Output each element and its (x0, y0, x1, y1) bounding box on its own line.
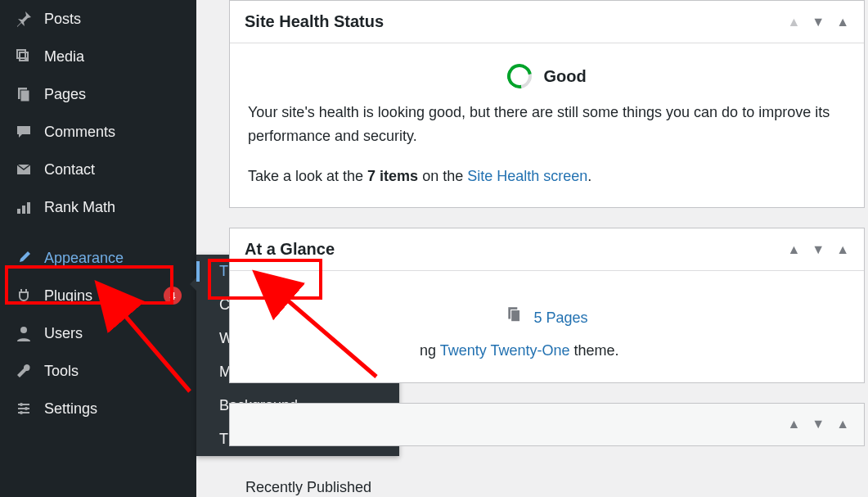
text: on the (418, 168, 467, 184)
sidebar-item-appearance[interactable]: Appearance (0, 239, 196, 277)
sidebar-item-pages[interactable]: Pages (0, 75, 196, 113)
site-health-postbox: Site Health Status ▲ ▼ ▲ Good Your site'… (229, 0, 865, 208)
svg-point-7 (20, 327, 27, 333)
activity-postbox: x ▲ ▼ ▲ Recently Published (229, 403, 865, 446)
health-status: Good (543, 63, 586, 89)
move-down-icon[interactable]: ▼ (812, 417, 825, 431)
move-up-icon[interactable]: ▲ (787, 15, 800, 29)
health-gauge-icon (502, 59, 537, 93)
pages-icon (15, 85, 33, 103)
sliders-icon (15, 400, 33, 418)
toggle-icon[interactable]: ▲ (836, 15, 849, 29)
text: Take a look at the (248, 168, 367, 184)
text: theme. (569, 342, 618, 359)
site-health-link[interactable]: Site Health screen (467, 168, 587, 184)
brush-icon (15, 249, 33, 267)
svg-rect-6 (27, 202, 30, 214)
text: . (587, 168, 591, 184)
user-icon (15, 324, 33, 342)
postbox-header: At a Glance ▲ ▼ ▲ (230, 228, 864, 271)
move-down-icon[interactable]: ▼ (812, 15, 825, 29)
wrench-icon (15, 362, 33, 380)
move-down-icon[interactable]: ▼ (812, 242, 825, 257)
sidebar-item-media[interactable]: Media (0, 38, 196, 75)
svg-rect-12 (511, 310, 520, 322)
theme-link[interactable]: Twenty Twenty-One (440, 342, 570, 359)
media-icon (15, 47, 33, 66)
svg-point-9 (25, 407, 28, 410)
site-health-title: Site Health Status (245, 12, 384, 31)
sidebar-item-rankmath[interactable]: Rank Math (0, 188, 196, 226)
pin-icon (15, 10, 33, 28)
comment-icon (15, 123, 33, 141)
glance-body: 5 Pages ng Twenty Twenty-One theme. (230, 271, 864, 382)
sidebar-item-users[interactable]: Users (0, 314, 196, 352)
chart-icon (15, 198, 33, 216)
sidebar-label: Media (44, 48, 182, 66)
toggle-icon[interactable]: ▲ (836, 242, 849, 257)
svg-point-0 (25, 57, 28, 61)
postbox-header: x ▲ ▼ ▲ (230, 404, 864, 445)
update-badge: 4 (164, 287, 182, 305)
postbox-header: Site Health Status ▲ ▼ ▲ (230, 1, 864, 43)
pages-count-link[interactable]: 5 Pages (533, 306, 587, 330)
pages-icon (506, 305, 524, 331)
health-desc: Your site's health is looking good, but … (248, 101, 846, 148)
sidebar-label: Appearance (44, 250, 182, 267)
sidebar-label: Tools (44, 363, 182, 380)
mail-icon (15, 160, 33, 178)
svg-point-8 (20, 403, 23, 406)
sidebar-item-settings[interactable]: Settings (0, 390, 196, 427)
health-take: Take a look at the 7 items on the Site H… (248, 165, 846, 188)
handle-actions: ▲ ▼ ▲ (787, 242, 849, 257)
items-count: 7 items (367, 168, 418, 184)
move-up-icon[interactable]: ▲ (787, 417, 800, 431)
site-health-body: Good Your site's health is looking good,… (230, 43, 864, 207)
sidebar-item-plugins[interactable]: Plugins 4 (0, 277, 196, 314)
sidebar-label: Rank Math (44, 199, 182, 216)
sidebar-label: Contact (44, 161, 182, 178)
handle-actions: ▲ ▼ ▲ (787, 15, 849, 29)
handle-actions: ▲ ▼ ▲ (787, 417, 849, 431)
sidebar-item-contact[interactable]: Contact (0, 151, 196, 188)
glance-title: At a Glance (245, 240, 335, 259)
at-a-glance-postbox: At a Glance ▲ ▼ ▲ 5 Pages ng Twenty Twen… (229, 228, 865, 383)
sidebar-label: Posts (44, 11, 182, 28)
sidebar-label: Settings (44, 400, 182, 418)
sidebar-item-posts[interactable]: Posts (0, 0, 196, 38)
sidebar-label: Pages (44, 86, 182, 103)
sidebar-label: Plugins (44, 287, 147, 305)
dashboard-main: Site Health Status ▲ ▼ ▲ Good Your site'… (229, 0, 865, 466)
svg-rect-5 (22, 206, 25, 214)
sidebar-item-tools[interactable]: Tools (0, 352, 196, 390)
sidebar-item-comments[interactable]: Comments (0, 113, 196, 151)
svg-rect-2 (20, 90, 29, 102)
recently-published-peek: Recently Published (245, 479, 371, 496)
text: ng (420, 342, 440, 359)
sidebar-label: Comments (44, 124, 182, 141)
svg-rect-4 (17, 209, 20, 214)
toggle-icon[interactable]: ▲ (836, 417, 849, 431)
sidebar-label: Users (44, 325, 182, 342)
plug-icon (15, 287, 33, 305)
move-up-icon[interactable]: ▲ (787, 242, 800, 257)
admin-sidebar: Posts Media Pages Comments Contact Rank … (0, 0, 196, 497)
svg-point-10 (20, 411, 23, 414)
